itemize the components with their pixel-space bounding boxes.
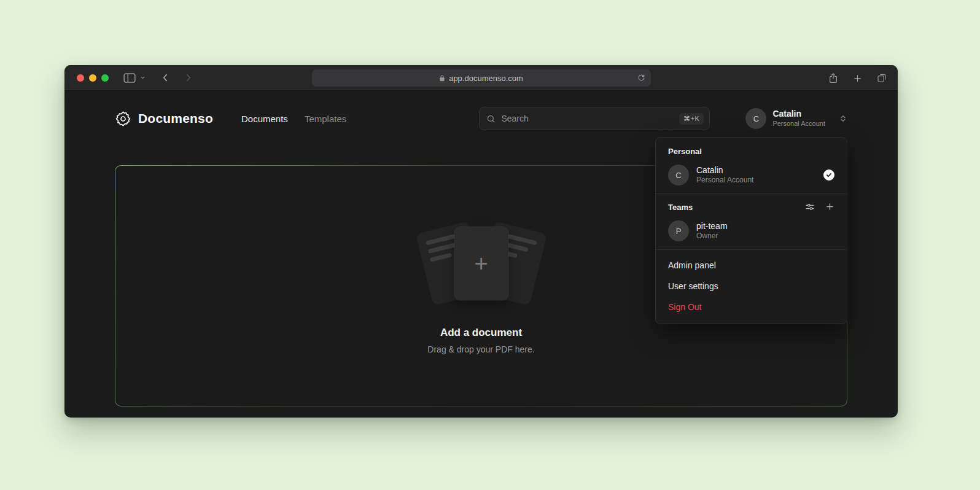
account-name: Catalin: [772, 109, 825, 120]
menu-item-personal-account[interactable]: C Catalin Personal Account: [656, 160, 847, 192]
lock-icon: [439, 74, 445, 82]
menu-account-subtitle: Personal Account: [696, 176, 753, 185]
new-tab-icon[interactable]: [853, 74, 862, 83]
dropzone-subtitle: Drag & drop your PDF here.: [427, 344, 534, 354]
menu-item-user-settings[interactable]: User settings: [656, 276, 847, 297]
search-icon: [486, 114, 496, 123]
sidebar-toggle-icon[interactable]: [123, 73, 136, 83]
close-window-button[interactable]: [77, 74, 84, 82]
documenso-logo-icon: [115, 111, 131, 127]
avatar: C: [668, 165, 689, 185]
share-icon[interactable]: [828, 72, 838, 84]
menu-team-name: pit-team: [696, 220, 728, 231]
zoom-window-button[interactable]: [101, 74, 109, 82]
plus-icon: +: [474, 252, 488, 275]
back-icon[interactable]: [160, 72, 171, 83]
add-team-icon[interactable]: [825, 202, 834, 212]
sidebar-chevron-down-icon[interactable]: [140, 75, 146, 80]
browser-titlebar: app.documenso.com: [64, 65, 898, 91]
primary-nav: Documents Templates: [241, 114, 346, 124]
tab-overview-icon[interactable]: [877, 73, 887, 83]
menu-item-admin-panel[interactable]: Admin panel: [656, 255, 847, 276]
account-subtitle: Personal Account: [772, 120, 825, 128]
search-shortcut-badge: ⌘+K: [679, 113, 704, 125]
nav-templates[interactable]: Templates: [305, 114, 346, 124]
avatar: P: [668, 220, 689, 241]
account-menu-trigger[interactable]: C Catalin Personal Account: [745, 108, 847, 129]
menu-divider: [656, 249, 847, 250]
menu-item-team[interactable]: P pit-team Owner: [656, 216, 847, 248]
document-card-center: +: [454, 227, 508, 300]
browser-window: app.documenso.com: [64, 65, 898, 418]
brand[interactable]: Documenso: [115, 111, 213, 127]
menu-divider: [656, 193, 847, 194]
titlebar-right-actions: [828, 65, 887, 91]
dropzone-title: Add a document: [440, 327, 522, 339]
traffic-lights: [77, 74, 109, 82]
menu-heading-personal: Personal: [656, 140, 847, 160]
menu-account-name: Catalin: [696, 165, 753, 176]
search-input[interactable]: Search ⌘+K: [479, 107, 710, 130]
nav-documents[interactable]: Documents: [241, 114, 288, 124]
menu-heading-teams: Teams: [668, 203, 693, 212]
check-icon: [823, 169, 834, 181]
menu-team-role: Owner: [696, 231, 728, 241]
minimize-window-button[interactable]: [89, 74, 96, 82]
chevron-up-down-icon: [839, 114, 847, 123]
reload-icon[interactable]: [637, 74, 645, 82]
account-dropdown-menu: Personal C Catalin Personal Account Team…: [655, 137, 847, 324]
document-stack-illustration: +: [408, 217, 555, 309]
menu-item-sign-out[interactable]: Sign Out: [656, 297, 847, 317]
brand-name: Documenso: [138, 111, 213, 126]
manage-teams-icon[interactable]: [805, 202, 815, 212]
forward-icon[interactable]: [183, 72, 193, 83]
address-bar[interactable]: app.documenso.com: [312, 69, 651, 87]
teams-header: Teams: [656, 195, 847, 216]
url-text: app.documenso.com: [449, 74, 523, 83]
search-placeholder: Search: [501, 114, 528, 123]
avatar: C: [745, 108, 766, 129]
